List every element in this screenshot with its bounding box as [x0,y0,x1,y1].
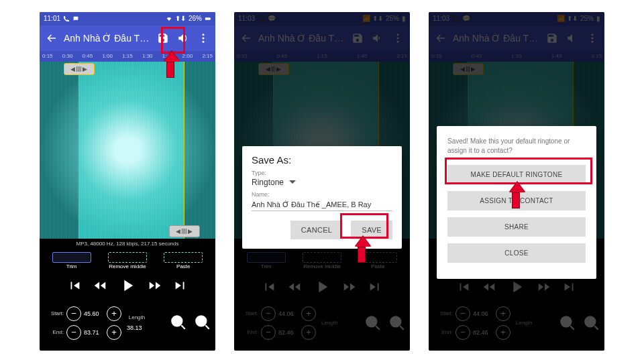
remove-middle-button[interactable]: Remove middle [108,252,147,269]
saved-dialog: Saved! Make this your default ringtone o… [437,126,596,279]
status-time: 11:01 [44,15,60,22]
save-confirm-button[interactable]: SAVE [351,221,392,239]
saved-message: Saved! Make this your default ringtone o… [447,137,586,156]
start-minus[interactable]: − [66,306,81,321]
chevron-down-icon [289,179,296,186]
forward-button[interactable] [148,278,162,296]
paste-button[interactable]: Paste [164,252,203,269]
audio-info: MP3, 48000 Hz, 128 kbps, 217.15 seconds [40,239,215,249]
zoom-in-button[interactable] [170,314,187,333]
volume-button[interactable] [175,30,191,46]
overflow-menu[interactable] [195,30,211,46]
time-ruler: 0:150:300:451:001:151:301:452:002:15 [40,51,215,62]
filename-input[interactable] [252,198,392,211]
end-marker[interactable] [184,62,184,239]
svg-point-1 [203,37,205,39]
zoom-out-button[interactable] [194,314,211,333]
screenshot-1: 11:01 ⬆⬇ 26% Anh Nhà Ở Đâu Thế... 0:150:… [40,12,215,351]
back-button[interactable] [44,30,60,46]
svg-point-0 [203,34,205,36]
end-value: 83.71 [84,329,104,336]
battery-text: 26% [189,15,202,22]
start-marker[interactable] [78,62,79,239]
edit-tools: Trim Remove middle Paste [40,249,215,272]
type-dropdown[interactable]: Ringtone [252,178,392,187]
song-title: Anh Nhà Ở Đâu Thế... [64,33,151,44]
wifi-icon [166,15,172,22]
status-bar: 11:01 ⬆⬇ 26% [40,12,215,25]
play-button[interactable] [118,276,137,298]
end-plus[interactable]: + [107,325,121,340]
phone-icon [63,15,70,22]
make-default-ringtone-button[interactable]: MAKE DEFAULT RINGTONE [447,165,586,184]
start-handle[interactable]: ◀▶ [64,63,95,75]
share-button[interactable]: SHARE [447,217,586,237]
app-bar: Anh Nhà Ở Đâu Thế... [40,25,215,51]
waveform[interactable]: ◀▶ ◀▶ [40,62,215,239]
end-handle[interactable]: ◀▶ [169,225,200,237]
assign-to-contact-button[interactable]: ASSIGN TO CONTACT [447,191,586,210]
range-controls: Start:−45.60+ End:−83.71+ Length 38.13 [40,302,215,345]
trim-button[interactable]: Trim [52,252,91,269]
close-button[interactable]: CLOSE [447,243,586,263]
start-value: 45.60 [84,310,104,317]
message-icon [72,15,79,22]
battery-icon [205,15,211,22]
screenshot-2: 11:03📞 💬 📶 ⬆⬇25%▮ Anh Nhà Ở Đâu Thế... 0… [234,12,410,351]
dialog-title: Save As: [252,154,392,166]
skip-start-button[interactable] [67,278,82,296]
length-value: 38.13 [127,324,147,331]
screenshot-3: 11:03📞 💬 📶 ⬆⬇25%▮ Anh Nhà Ở Đâu Thế... 0… [429,12,604,351]
skip-end-button[interactable] [173,278,188,296]
end-minus[interactable]: − [66,325,81,340]
save-button[interactable] [155,30,171,46]
transport-controls [40,272,215,302]
save-as-dialog: Save As: Type: Ringtone Name: CANCEL SAV… [242,146,402,249]
rewind-button[interactable] [93,278,107,296]
svg-point-2 [203,40,205,42]
cancel-button[interactable]: CANCEL [290,221,343,239]
start-plus[interactable]: + [107,306,121,321]
